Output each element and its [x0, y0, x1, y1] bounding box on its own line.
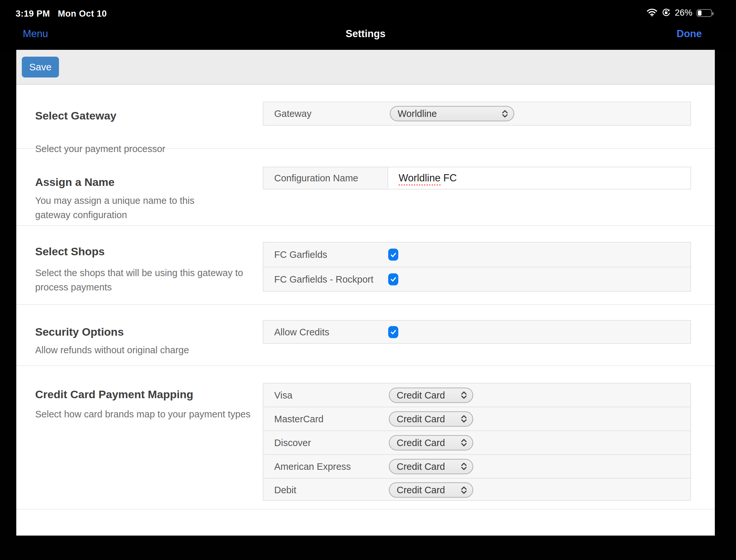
battery-icon — [697, 9, 712, 17]
nav-bar: Menu Settings Done — [0, 20, 736, 50]
battery-percent: 26% — [675, 8, 692, 18]
payment-type-select[interactable]: Credit Card — [389, 483, 473, 498]
payment-type-value: Credit Card — [397, 461, 445, 472]
shop-checkbox[interactable] — [388, 273, 398, 285]
save-button[interactable]: Save — [22, 57, 59, 77]
section-divider — [16, 509, 715, 510]
payment-type-select[interactable]: Credit Card — [389, 435, 473, 450]
shop-checkbox[interactable] — [388, 249, 398, 261]
page-title: Settings — [0, 28, 731, 40]
card-mapping-row-group: Visa Credit Card MasterCard Credit Card … — [263, 383, 691, 501]
payment-type-select[interactable]: Credit Card — [389, 411, 473, 427]
allow-credits-checkbox[interactable] — [388, 326, 398, 338]
clock: 3:19 PM — [16, 9, 50, 19]
card-brand-label: MasterCard — [274, 413, 324, 424]
shop-row: FC Garfields — [263, 243, 690, 267]
wifi-icon — [646, 8, 658, 18]
card-mapping-row: Visa Credit Card — [263, 384, 690, 407]
shops-row-group: FC Garfields FC Garfields - Rockport — [263, 242, 691, 292]
date: Mon Oct 10 — [58, 9, 107, 19]
save-toolbar: Save — [16, 50, 715, 85]
card-mapping-row: American Express Credit Card — [263, 454, 690, 478]
shop-row: FC Garfields - Rockport — [263, 267, 690, 291]
card-mapping-row: Debit Credit Card — [263, 478, 690, 501]
allow-credits-row: Allow Credits — [263, 320, 691, 344]
section-divider — [16, 365, 715, 366]
section-heading-card-mapping: Credit Card Payment Mapping — [35, 388, 193, 401]
ipad-screen: 3:19 PM Mon Oct 10 26% — [0, 0, 736, 560]
settings-content: Save Select Gateway Select your payment … — [16, 50, 715, 536]
card-brand-label: Visa — [274, 390, 292, 400]
section-description: Select how card brands map to your payme… — [35, 407, 279, 421]
card-mapping-row: MasterCard Credit Card — [263, 407, 690, 430]
configuration-name-label-cell: Configuration Name — [263, 167, 388, 189]
gateway-select[interactable]: Worldline — [390, 106, 514, 121]
checkmark-icon — [390, 329, 397, 336]
checkmark-icon — [390, 276, 397, 283]
allow-credits-label: Allow Credits — [274, 327, 329, 337]
chevron-up-down-icon — [460, 438, 468, 447]
chevron-up-down-icon — [501, 109, 509, 118]
chevron-up-down-icon — [460, 485, 468, 495]
gateway-row: Gateway Worldline — [263, 102, 691, 126]
payment-type-value: Credit Card — [397, 390, 445, 400]
section-description: Select the shops that will be using this… — [35, 266, 248, 294]
payment-type-value: Credit Card — [397, 485, 445, 496]
chevron-up-down-icon — [460, 462, 468, 471]
section-description: Select your payment processor — [35, 142, 244, 156]
configuration-name-row: Configuration Name Worldline FC — [263, 167, 691, 189]
section-heading-assign-name: Assign a Name — [35, 176, 115, 189]
status-bar: 3:19 PM Mon Oct 10 26% — [0, 0, 736, 20]
payment-type-select[interactable]: Credit Card — [389, 459, 473, 474]
section-description: You may assign a unique name to this gat… — [35, 193, 231, 222]
payment-type-value: Credit Card — [397, 437, 445, 448]
configuration-name-label: Configuration Name — [274, 173, 358, 184]
chevron-up-down-icon — [460, 391, 468, 400]
orientation-lock-icon — [662, 8, 671, 18]
section-heading-select-gateway: Select Gateway — [35, 109, 116, 122]
section-heading-select-shops: Select Shops — [35, 245, 105, 258]
section-divider — [16, 225, 715, 226]
input-value-misspelled: Worldline — [399, 172, 441, 186]
payment-type-select[interactable]: Credit Card — [389, 387, 473, 403]
section-heading-security-options: Security Options — [35, 326, 124, 338]
card-brand-label: American Express — [274, 461, 351, 472]
payment-type-value: Credit Card — [397, 413, 445, 424]
gateway-select-value: Worldline — [398, 108, 437, 119]
checkmark-icon — [390, 251, 397, 258]
gateway-label: Gateway — [274, 108, 311, 119]
card-brand-label: Discover — [274, 437, 311, 448]
shop-label: FC Garfields - Rockport — [274, 274, 374, 285]
card-mapping-row: Discover Credit Card — [263, 430, 690, 454]
configuration-name-input[interactable]: Worldline FC — [388, 167, 690, 189]
chevron-up-down-icon — [460, 414, 468, 424]
section-divider — [16, 304, 715, 305]
card-brand-label: Debit — [274, 485, 296, 496]
shop-label: FC Garfields — [274, 249, 327, 260]
done-button[interactable]: Done — [677, 28, 702, 40]
input-value-rest: FC — [441, 172, 457, 184]
section-description: Allow refunds without original charge — [35, 343, 263, 357]
